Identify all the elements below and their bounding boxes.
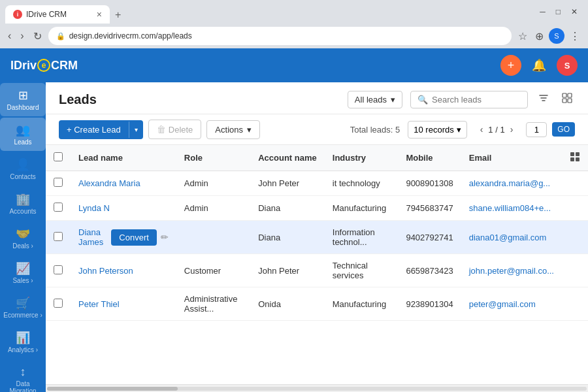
row-role: Administrative Assist... bbox=[176, 287, 250, 321]
row-account-name: John Peter bbox=[250, 254, 325, 287]
scrollbar-thumb[interactable] bbox=[47, 387, 178, 391]
col-lead-name: Lead name bbox=[71, 145, 176, 171]
actions-dropdown[interactable]: Actions ▾ bbox=[206, 120, 260, 139]
toolbar: + Create Lead ▾ 🗑 Delete Actions ▾ Total… bbox=[46, 114, 588, 145]
all-leads-label: All leads bbox=[355, 95, 387, 105]
row-checkbox[interactable] bbox=[54, 265, 63, 274]
topbar: IDrive CRM + 🔔 S bbox=[0, 48, 588, 82]
row-lead-name[interactable]: Alexandra Maria bbox=[71, 171, 176, 196]
filter-btn[interactable] bbox=[536, 90, 551, 108]
row-mobile: 9402792741 bbox=[398, 221, 461, 254]
convert-btn[interactable]: Convert bbox=[111, 229, 157, 246]
grid-view-btn[interactable] bbox=[559, 90, 575, 108]
close-btn[interactable]: ✕ bbox=[566, 5, 583, 19]
tab-close-btn[interactable]: × bbox=[97, 9, 102, 20]
prev-page-btn[interactable]: ‹ bbox=[478, 123, 486, 136]
col-options[interactable] bbox=[562, 145, 588, 171]
svg-rect-5 bbox=[576, 152, 580, 156]
all-leads-dropdown[interactable]: All leads ▾ bbox=[348, 91, 402, 108]
sidebar-item-deals[interactable]: 🤝 Deals › bbox=[0, 221, 46, 255]
sidebar-item-dashboard[interactable]: ⊞ Dashboard bbox=[0, 83, 46, 116]
maximize-btn[interactable]: □ bbox=[551, 5, 566, 19]
sidebar-item-analytics[interactable]: 📊 Analytics › bbox=[0, 325, 46, 359]
search-icon: 🔍 bbox=[417, 95, 428, 105]
bookmark-btn[interactable]: ☆ bbox=[515, 27, 530, 45]
row-email[interactable]: alexandra.maria@g... bbox=[461, 171, 562, 196]
forward-btn[interactable]: › bbox=[18, 27, 26, 44]
select-all-header[interactable] bbox=[46, 145, 71, 171]
next-page-btn[interactable]: › bbox=[508, 123, 516, 136]
row-email[interactable]: shane.william084+e... bbox=[461, 196, 562, 221]
all-leads-arrow: ▾ bbox=[391, 95, 395, 105]
main-content: Leads All leads ▾ 🔍 bbox=[46, 82, 588, 392]
row-checkbox-cell bbox=[46, 254, 71, 287]
row-account-name: John Peter bbox=[250, 171, 325, 196]
create-lead-dropdown-arrow[interactable]: ▾ bbox=[129, 122, 143, 138]
row-lead-name[interactable]: Diana JamesConvert✏ bbox=[71, 221, 176, 254]
browser-tab[interactable]: i IDrive CRM × bbox=[5, 5, 110, 24]
content-header: Leads All leads ▾ 🔍 bbox=[46, 82, 588, 114]
horizontal-scrollbar[interactable] bbox=[46, 384, 588, 392]
menu-btn[interactable]: ⋮ bbox=[567, 27, 583, 45]
row-role: Customer bbox=[176, 254, 250, 287]
table-row[interactable]: Alexandra MariaAdminJohn Peterit technol… bbox=[46, 171, 588, 196]
row-checkbox-cell bbox=[46, 171, 71, 196]
table-row[interactable]: John PetersonCustomerJohn PeterTechnical… bbox=[46, 254, 588, 287]
add-btn[interactable]: + bbox=[500, 55, 521, 76]
table-row[interactable]: Peter ThielAdministrative Assist...Onida… bbox=[46, 287, 588, 321]
row-role bbox=[176, 221, 250, 254]
delete-btn[interactable]: 🗑 Delete bbox=[148, 120, 202, 139]
svg-rect-7 bbox=[576, 157, 580, 161]
row-lead-name[interactable]: Lynda N bbox=[71, 196, 176, 221]
table-row[interactable]: Lynda NAdminDianaManufacturing7945683747… bbox=[46, 196, 588, 221]
row-lead-name[interactable]: John Peterson bbox=[71, 254, 176, 287]
create-lead-btn[interactable]: + Create Lead ▾ bbox=[59, 120, 143, 139]
row-checkbox[interactable] bbox=[54, 299, 63, 308]
sidebar-item-ecommerce[interactable]: 🛒 Ecommerce › bbox=[0, 291, 46, 324]
row-checkbox-cell bbox=[46, 287, 71, 321]
page-number-input[interactable] bbox=[526, 122, 547, 137]
new-tab-btn[interactable]: + bbox=[110, 7, 126, 24]
minimize-btn[interactable]: ─ bbox=[534, 5, 551, 19]
select-all-checkbox[interactable] bbox=[54, 152, 63, 161]
user-avatar[interactable]: S bbox=[557, 55, 578, 76]
records-select[interactable]: 10 records ▾ bbox=[408, 121, 466, 139]
row-options bbox=[562, 221, 588, 254]
svg-rect-2 bbox=[563, 99, 566, 103]
ecommerce-icon: 🛒 bbox=[16, 296, 30, 310]
tab-title: IDrive CRM bbox=[26, 10, 93, 19]
browser-user-avatar[interactable]: S bbox=[549, 28, 564, 44]
grid-icon bbox=[562, 93, 572, 103]
col-mobile: Mobile bbox=[398, 145, 461, 171]
row-industry: it technology bbox=[325, 171, 399, 196]
row-mobile: 7945683747 bbox=[398, 196, 461, 221]
sidebar-item-leads[interactable]: 👥 Leads bbox=[0, 118, 46, 151]
row-industry: Manufacturing bbox=[325, 287, 399, 321]
create-lead-main[interactable]: + Create Lead bbox=[59, 120, 129, 139]
row-email[interactable]: diana01@gmail.com bbox=[461, 221, 562, 254]
row-email[interactable]: john.peter@gmail.co... bbox=[461, 254, 562, 287]
svg-rect-1 bbox=[568, 93, 572, 97]
sidebar-label-ecommerce: Ecommerce › bbox=[3, 312, 42, 319]
search-input[interactable] bbox=[432, 95, 510, 105]
row-checkbox[interactable] bbox=[54, 203, 63, 212]
notification-btn[interactable]: 🔔 bbox=[529, 56, 549, 75]
convert-popup: Diana JamesConvert✏ bbox=[78, 227, 169, 247]
row-checkbox[interactable] bbox=[54, 178, 63, 187]
sidebar-label-analytics: Analytics › bbox=[8, 346, 38, 353]
row-lead-name[interactable]: Peter Thiel bbox=[71, 287, 176, 321]
back-btn[interactable]: ‹ bbox=[5, 27, 14, 44]
sidebar-label-accounts: Accounts bbox=[9, 208, 36, 215]
page-title: Leads bbox=[59, 92, 97, 107]
extensions-btn[interactable]: ⊕ bbox=[532, 27, 546, 45]
edit-icon-btn[interactable]: ✏ bbox=[161, 232, 169, 242]
row-email[interactable]: peter@gmail.com bbox=[461, 287, 562, 321]
sidebar-item-contacts[interactable]: 👤 Contacts bbox=[0, 152, 46, 186]
table-row[interactable]: Diana JamesConvert✏DianaInformation tech… bbox=[46, 221, 588, 254]
row-checkbox[interactable] bbox=[54, 232, 63, 241]
refresh-btn[interactable]: ↻ bbox=[31, 27, 44, 45]
sidebar-item-sales[interactable]: 📈 Sales › bbox=[0, 256, 46, 289]
go-btn[interactable]: GO bbox=[552, 122, 575, 137]
sidebar-item-accounts[interactable]: 🏢 Accounts bbox=[0, 187, 46, 220]
sidebar-item-data-migration[interactable]: ↕ Data Migration bbox=[0, 360, 46, 392]
